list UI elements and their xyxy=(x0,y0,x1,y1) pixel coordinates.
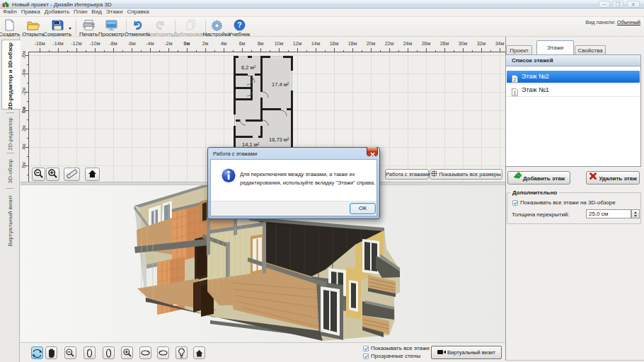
svg-text:16,73 м2: 16,73 м2 xyxy=(269,136,289,143)
svg-text:1: 1 xyxy=(514,90,517,95)
svg-text:17,4 м2: 17,4 м2 xyxy=(272,81,289,88)
svg-text:6,2 м2: 6,2 м2 xyxy=(241,64,256,71)
svg-text:?: ? xyxy=(237,21,241,29)
svg-text:2: 2 xyxy=(514,77,517,82)
